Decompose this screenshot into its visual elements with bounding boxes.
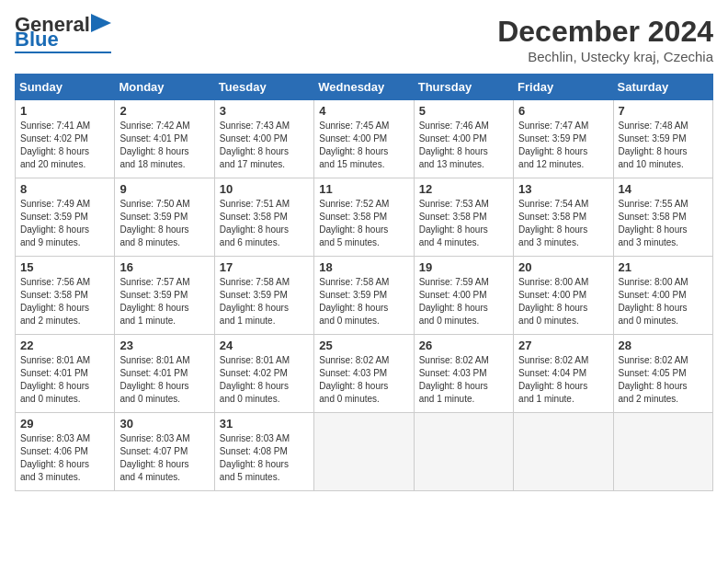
calendar-cell-empty xyxy=(613,413,712,491)
calendar-cell-7: 7Sunrise: 7:48 AMSunset: 3:59 PMDaylight… xyxy=(613,100,712,178)
calendar-cell-21: 21Sunrise: 8:00 AMSunset: 4:00 PMDayligh… xyxy=(613,257,712,335)
col-wednesday: Wednesday xyxy=(314,75,414,100)
calendar-header-row: Sunday Monday Tuesday Wednesday Thursday… xyxy=(16,75,713,100)
calendar-cell-3: 3Sunrise: 7:43 AMSunset: 4:00 PMDaylight… xyxy=(214,100,313,178)
svg-marker-0 xyxy=(91,14,111,32)
calendar-cell-23: 23Sunrise: 8:01 AMSunset: 4:01 PMDayligh… xyxy=(115,335,214,413)
calendar-cell-12: 12Sunrise: 7:53 AMSunset: 3:58 PMDayligh… xyxy=(414,178,513,257)
calendar-cell-16: 16Sunrise: 7:57 AMSunset: 3:59 PMDayligh… xyxy=(115,257,214,335)
calendar-cell-13: 13Sunrise: 7:54 AMSunset: 3:58 PMDayligh… xyxy=(514,178,613,257)
calendar-cell-14: 14Sunrise: 7:55 AMSunset: 3:58 PMDayligh… xyxy=(613,178,712,257)
calendar-cell-15: 15Sunrise: 7:56 AMSunset: 3:58 PMDayligh… xyxy=(16,257,115,335)
page-header: General Blue December 2024 Bechlin, Uste… xyxy=(15,15,713,64)
col-friday: Friday xyxy=(514,75,613,100)
col-sunday: Sunday xyxy=(16,75,115,100)
calendar-cell-20: 20Sunrise: 8:00 AMSunset: 4:00 PMDayligh… xyxy=(514,257,613,335)
calendar-cell-8: 8Sunrise: 7:49 AMSunset: 3:59 PMDaylight… xyxy=(16,178,115,257)
logo-arrow-icon xyxy=(91,14,111,32)
calendar-cell-19: 19Sunrise: 7:59 AMSunset: 4:00 PMDayligh… xyxy=(414,257,513,335)
calendar-cell-27: 27Sunrise: 8:02 AMSunset: 4:04 PMDayligh… xyxy=(514,335,613,413)
calendar-cell-18: 18Sunrise: 7:58 AMSunset: 3:59 PMDayligh… xyxy=(314,257,414,335)
calendar-cell-26: 26Sunrise: 8:02 AMSunset: 4:03 PMDayligh… xyxy=(414,335,513,413)
logo-blue: Blue xyxy=(15,29,59,50)
calendar-cell-11: 11Sunrise: 7:52 AMSunset: 3:58 PMDayligh… xyxy=(314,178,414,257)
logo: General Blue xyxy=(15,15,111,53)
calendar-cell-6: 6Sunrise: 7:47 AMSunset: 3:59 PMDaylight… xyxy=(514,100,613,178)
location: Bechlin, Ustecky kraj, Czechia xyxy=(497,49,713,64)
calendar-cell-empty xyxy=(414,413,513,491)
calendar-cell-1: 1Sunrise: 7:41 AMSunset: 4:02 PMDaylight… xyxy=(16,100,115,178)
col-thursday: Thursday xyxy=(414,75,513,100)
calendar-cell-10: 10Sunrise: 7:51 AMSunset: 3:58 PMDayligh… xyxy=(214,178,313,257)
calendar-cell-5: 5Sunrise: 7:46 AMSunset: 4:00 PMDaylight… xyxy=(414,100,513,178)
calendar-cell-30: 30Sunrise: 8:03 AMSunset: 4:07 PMDayligh… xyxy=(115,413,214,491)
col-saturday: Saturday xyxy=(613,75,712,100)
title-block: December 2024 Bechlin, Ustecky kraj, Cze… xyxy=(497,15,713,64)
calendar-cell-25: 25Sunrise: 8:02 AMSunset: 4:03 PMDayligh… xyxy=(314,335,414,413)
calendar-cell-29: 29Sunrise: 8:03 AMSunset: 4:06 PMDayligh… xyxy=(16,413,115,491)
calendar-cell-empty xyxy=(514,413,613,491)
calendar-cell-empty xyxy=(314,413,414,491)
logo-underline xyxy=(15,52,111,53)
calendar-cell-4: 4Sunrise: 7:45 AMSunset: 4:00 PMDaylight… xyxy=(314,100,414,178)
col-monday: Monday xyxy=(115,75,214,100)
calendar-table: Sunday Monday Tuesday Wednesday Thursday… xyxy=(15,74,713,491)
calendar-cell-17: 17Sunrise: 7:58 AMSunset: 3:59 PMDayligh… xyxy=(214,257,313,335)
calendar-cell-31: 31Sunrise: 8:03 AMSunset: 4:08 PMDayligh… xyxy=(214,413,313,491)
month-title: December 2024 xyxy=(497,15,713,49)
col-tuesday: Tuesday xyxy=(214,75,313,100)
calendar-cell-2: 2Sunrise: 7:42 AMSunset: 4:01 PMDaylight… xyxy=(115,100,214,178)
calendar-cell-9: 9Sunrise: 7:50 AMSunset: 3:59 PMDaylight… xyxy=(115,178,214,257)
calendar-cell-28: 28Sunrise: 8:02 AMSunset: 4:05 PMDayligh… xyxy=(613,335,712,413)
calendar-cell-24: 24Sunrise: 8:01 AMSunset: 4:02 PMDayligh… xyxy=(214,335,313,413)
calendar-cell-22: 22Sunrise: 8:01 AMSunset: 4:01 PMDayligh… xyxy=(16,335,115,413)
